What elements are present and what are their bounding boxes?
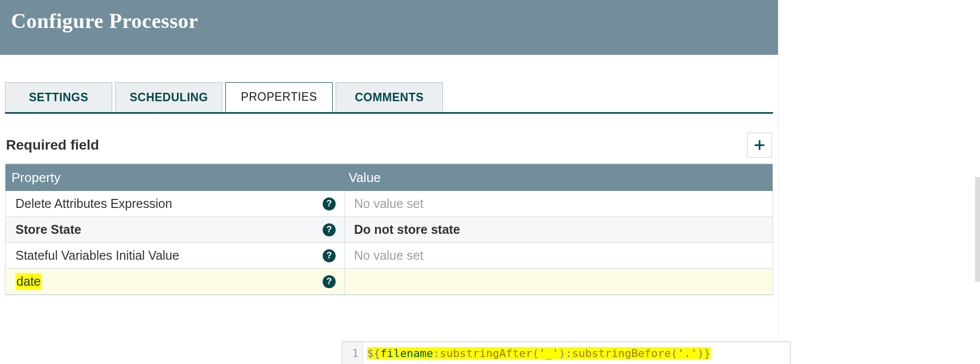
help-icon[interactable]: ? [323, 275, 336, 288]
dialog-title: Configure Processor [11, 9, 198, 33]
table-row[interactable]: Store State ? Do not store state [5, 217, 773, 243]
required-field-label: Required field [6, 137, 99, 153]
help-icon[interactable]: ? [323, 197, 336, 210]
properties-table: Property Value Delete Attributes Express… [5, 164, 773, 295]
expression-editor[interactable]: 1 ${filename:substringAfter('_'):substri… [342, 342, 790, 364]
line-number: 1 [352, 347, 359, 360]
property-name: date [15, 273, 42, 290]
add-property-button[interactable] [747, 133, 772, 158]
section-header-row: Required field [5, 133, 773, 158]
help-icon[interactable]: ? [323, 249, 336, 262]
table-header: Property Value [5, 164, 773, 191]
background-panel [778, 0, 980, 364]
plus-icon [753, 139, 766, 152]
expression-highlight: ${filename:substringAfter('_'):substring… [367, 347, 711, 360]
tab-comments[interactable]: COMMENTS [336, 82, 443, 112]
property-name: Delete Attributes Expression [15, 196, 172, 211]
tab-scheduling[interactable]: SCHEDULING [115, 82, 222, 112]
property-name-cell: Stateful Variables Initial Value ? [5, 248, 345, 263]
editor-gutter: 1 [342, 342, 363, 364]
property-name: Store State [15, 222, 81, 237]
property-value-cell[interactable]: No value set [345, 243, 773, 268]
property-value-cell[interactable] [345, 269, 773, 294]
property-name: Stateful Variables Initial Value [15, 248, 179, 263]
table-row[interactable]: Stateful Variables Initial Value ? No va… [5, 243, 773, 269]
editor-line[interactable]: ${filename:substringAfter('_'):substring… [363, 342, 790, 364]
table-row[interactable]: Delete Attributes Expression ? No value … [5, 191, 773, 217]
property-name-cell: Store State ? [5, 222, 345, 237]
property-value-cell[interactable]: Do not store state [345, 217, 773, 242]
tab-properties[interactable]: PROPERTIES [225, 82, 333, 112]
col-header-value: Value [345, 170, 773, 185]
property-name-cell: Delete Attributes Expression ? [5, 196, 345, 211]
property-name-cell: date ? [5, 273, 345, 290]
tab-settings[interactable]: SETTINGS [5, 82, 112, 112]
dialog-body: SETTINGS SCHEDULING PROPERTIES COMMENTS … [0, 82, 778, 295]
col-header-property: Property [5, 170, 345, 185]
table-row[interactable]: date ? [5, 269, 773, 295]
help-icon[interactable]: ? [323, 223, 336, 236]
background-fragment [975, 177, 980, 282]
tabs-row: SETTINGS SCHEDULING PROPERTIES COMMENTS [5, 82, 773, 114]
property-value-cell[interactable]: No value set [345, 191, 773, 216]
